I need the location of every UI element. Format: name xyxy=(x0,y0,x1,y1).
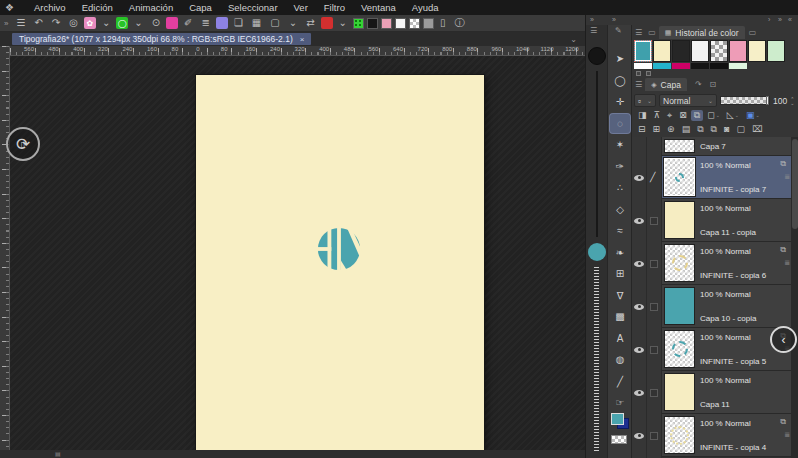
layer-visibility-eye[interactable] xyxy=(634,175,644,181)
palette-mini-icon[interactable] xyxy=(636,71,641,76)
panel-side-icon[interactable]: ▭ xyxy=(749,28,757,37)
layer-thumbnail[interactable] xyxy=(664,287,695,325)
layer-thumbnail[interactable] xyxy=(664,330,695,368)
app-logo-icon[interactable]: ❖ xyxy=(5,2,14,13)
opacity-slider[interactable] xyxy=(720,96,770,105)
layers-icon[interactable]: ❏ xyxy=(231,18,246,28)
menu-item-animación[interactable]: Animación xyxy=(121,0,181,15)
layer-name[interactable]: INFINITE - copia 5 xyxy=(700,357,766,366)
recent-color[interactable] xyxy=(729,63,747,69)
undo-icon[interactable]: ↶ xyxy=(31,18,45,28)
black-swatch[interactable] xyxy=(367,18,378,29)
layer-scrollbar-thumb[interactable] xyxy=(792,139,798,229)
layer-visibility-eye[interactable] xyxy=(634,347,644,353)
layer-tool-icon[interactable]: ⧉ xyxy=(694,124,706,135)
gradient-tool[interactable]: ▩ xyxy=(610,307,630,326)
layer-menu-icon[interactable]: ☰ xyxy=(635,80,642,89)
layer-visibility-eye[interactable] xyxy=(634,433,644,439)
eyedropper-tool[interactable]: ✑ xyxy=(610,157,630,176)
gray-swatch[interactable] xyxy=(423,18,434,29)
layer-row[interactable]: 100 % NormalCapa 10 - copia xyxy=(662,285,791,328)
decoration-brush-chip[interactable]: ✿ xyxy=(84,17,96,29)
layer-checkbox[interactable] xyxy=(650,217,658,225)
correction-tool[interactable]: ╱ xyxy=(610,372,630,391)
magic-wand-tool[interactable]: ✶ xyxy=(610,135,630,154)
menu-item-capa[interactable]: Capa xyxy=(181,0,220,15)
companion-mode-icon[interactable]: ▯ xyxy=(437,18,449,28)
tab-color-history[interactable]: ▦ Historial de color xyxy=(659,26,745,39)
pink-swatch[interactable] xyxy=(381,18,392,29)
history-swatch-mint-dotted[interactable] xyxy=(767,40,785,62)
gradient-chip[interactable] xyxy=(166,17,178,29)
menu-item-ayuda[interactable]: Ayuda xyxy=(404,0,447,15)
layer-checkbox[interactable] xyxy=(650,389,658,397)
color-indicator[interactable] xyxy=(611,413,629,430)
layer-header-icon[interactable]: ↷ xyxy=(695,80,702,89)
layer-tool-icon[interactable]: ⊼ xyxy=(651,110,664,121)
menu-item-edición[interactable]: Edición xyxy=(74,0,121,15)
layer-tool-icon[interactable]: ⊛ xyxy=(664,124,678,135)
panel-expand-icon[interactable]: » xyxy=(778,15,782,25)
layer-name[interactable]: Capa 11 - copia xyxy=(700,228,756,237)
tabbar-overflow-icon[interactable]: ⌄ xyxy=(570,35,577,44)
layer-tool-icon[interactable]: ⌖ xyxy=(664,110,675,121)
panel-dock-icon[interactable]: ▭ xyxy=(648,28,656,37)
layer-tool-icon[interactable]: ▢ xyxy=(733,124,748,135)
text-tool[interactable]: A xyxy=(610,329,630,348)
palette-mini-icon[interactable] xyxy=(646,71,651,76)
pasteboard[interactable] xyxy=(10,56,585,450)
layer-scrollbar[interactable] xyxy=(791,137,798,458)
material-chip[interactable] xyxy=(216,17,228,29)
layer-tool-icon[interactable]: ⌧ xyxy=(749,124,765,135)
blend-mode-select[interactable]: Normal ⌄ xyxy=(659,94,717,107)
document-tab[interactable]: Tipografia26* (1077 x 1294px 350dpi 66.8… xyxy=(12,33,311,45)
transparent-swatch[interactable] xyxy=(409,18,420,29)
layer-row[interactable]: Capa 7 xyxy=(662,137,791,156)
layer-checkbox[interactable] xyxy=(650,346,658,354)
layer-visibility-eye[interactable] xyxy=(634,390,644,396)
layer-thumbnail[interactable] xyxy=(664,158,695,196)
layer-thumbnail[interactable] xyxy=(664,201,695,239)
menu-item-filtro[interactable]: Filtro xyxy=(316,0,353,15)
menu-item-seleccionar[interactable]: Seleccionar xyxy=(220,0,286,15)
dropdown-icon[interactable]: ⌄ xyxy=(286,18,300,28)
layer-row[interactable]: 100 % NormalCapa 11 xyxy=(662,371,791,414)
redo-icon[interactable]: ↷ xyxy=(49,18,63,28)
menu-item-ventana[interactable]: Ventana xyxy=(353,0,404,15)
recent-color[interactable] xyxy=(634,63,652,69)
layer-name[interactable]: Capa 10 - copia xyxy=(700,314,756,323)
layer-tool-icon[interactable]: ▤ xyxy=(679,124,694,135)
airbrush-tool[interactable]: ∴ xyxy=(610,178,630,197)
layer-name[interactable]: INFINITE - copia 4 xyxy=(700,443,766,452)
strip-menu-icon[interactable]: ☰ xyxy=(590,26,597,35)
recent-color[interactable] xyxy=(691,63,709,69)
layer-name[interactable]: INFINITE - copia 7 xyxy=(700,185,766,194)
info-icon[interactable]: ⓘ xyxy=(451,18,467,28)
layer-tool-icon[interactable]: ◨ xyxy=(635,110,650,121)
layer-tool-icon[interactable]: ⧉ xyxy=(691,110,703,121)
balloon-tool[interactable]: ◍ xyxy=(610,350,630,369)
history-swatch-black[interactable] xyxy=(672,40,690,62)
zoom-icon[interactable]: ⊙ xyxy=(149,18,163,28)
history-swatch-transparent[interactable] xyxy=(710,40,728,62)
layer-tool-icon[interactable]: ⊟ xyxy=(635,124,649,135)
layer-tool-icon[interactable]: ◺⌄ xyxy=(724,110,742,121)
figure-select-tool[interactable]: ◯ xyxy=(610,71,630,90)
layer-thumbnail[interactable] xyxy=(664,416,695,454)
layer-thumbnail[interactable] xyxy=(664,373,695,411)
layer-thumbnail[interactable] xyxy=(664,139,695,153)
history-swatch-pale-yellow[interactable] xyxy=(748,40,766,62)
texture-slider[interactable] xyxy=(594,267,599,453)
layer-tool-icon[interactable]: ⧉ xyxy=(708,124,720,135)
history-swatch-cream[interactable] xyxy=(653,40,671,62)
layer-tool-icon[interactable]: ◙ xyxy=(721,124,732,135)
layer-tool-icon[interactable]: ◻⌄ xyxy=(704,110,723,121)
foreground-color-chip[interactable] xyxy=(611,413,624,425)
status-icon[interactable]: ▤ xyxy=(55,450,61,458)
recent-color[interactable] xyxy=(710,63,728,69)
layer-visibility-eye[interactable] xyxy=(634,261,644,267)
flip-horizontal-icon[interactable]: ⇄ xyxy=(303,18,317,28)
move-tool[interactable]: ✛ xyxy=(610,92,630,111)
layer-tool-icon[interactable]: ▣⌄ xyxy=(743,110,763,121)
layer-tool-icon[interactable]: ⊠ xyxy=(676,110,690,121)
